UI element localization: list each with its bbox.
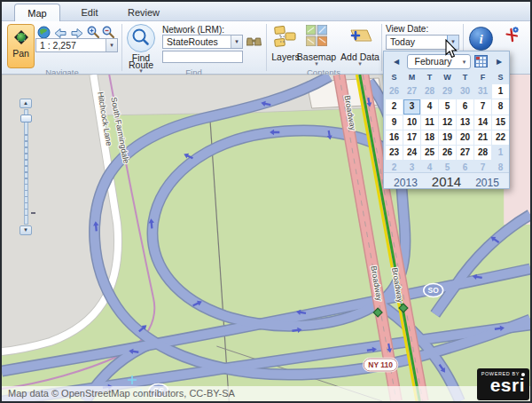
map-scale-value: 1 : 2,257 bbox=[36, 39, 106, 51]
parkway-shield: SO bbox=[424, 284, 443, 297]
route-search-input[interactable] bbox=[162, 51, 243, 63]
calendar-day[interactable]: 4 bbox=[421, 99, 438, 114]
calendar-day[interactable]: 27 bbox=[403, 84, 420, 99]
calendar-month-dropdown-caret[interactable]: ▾ bbox=[458, 55, 470, 68]
mouse-cursor bbox=[445, 39, 459, 60]
calendar-day[interactable]: 8 bbox=[492, 99, 509, 114]
calendar-day[interactable]: 11 bbox=[421, 115, 438, 130]
group-separator bbox=[266, 24, 267, 71]
calendar-day[interactable]: 15 bbox=[492, 115, 509, 130]
identify-info-button[interactable]: i bbox=[469, 27, 493, 51]
scale-dropdown-button[interactable]: ▾ bbox=[106, 39, 117, 51]
find-route-button[interactable] bbox=[127, 24, 155, 52]
calendar-prev-month-button[interactable]: ◀ bbox=[391, 55, 402, 69]
zoom-in-icon[interactable] bbox=[87, 26, 100, 39]
basemap-icon[interactable] bbox=[306, 25, 327, 46]
calendar-day[interactable]: 25 bbox=[421, 146, 438, 160]
calendar-day-header: S bbox=[492, 73, 509, 83]
binoculars-search-icon[interactable] bbox=[246, 36, 262, 47]
calendar-year[interactable]: 2015 bbox=[475, 177, 499, 189]
network-value: StateRoutes bbox=[163, 36, 231, 48]
calendar-day[interactable]: 16 bbox=[386, 130, 403, 145]
calendar-day[interactable]: 28 bbox=[474, 146, 491, 160]
tab-review[interactable]: Review bbox=[119, 4, 168, 21]
calendar-year-current[interactable]: 2014 bbox=[432, 174, 461, 189]
add-data-dropdown-caret[interactable]: ▾ bbox=[339, 60, 381, 67]
ny-110-shield: NY 110 bbox=[364, 359, 397, 371]
calendar-day-header: T bbox=[421, 73, 438, 83]
app-window: Map Edit Review Pan bbox=[0, 0, 532, 403]
basemap-dropdown-caret[interactable]: ▾ bbox=[296, 60, 337, 67]
pan-label: Pan bbox=[8, 48, 34, 59]
zoom-slider-down-button[interactable]: ▼ bbox=[20, 225, 32, 235]
tab-edit[interactable]: Edit bbox=[69, 4, 110, 21]
calendar-day[interactable]: 20 bbox=[457, 130, 473, 145]
calendar-day[interactable]: 27 bbox=[457, 146, 473, 160]
calendar-day[interactable]: 30 bbox=[457, 84, 473, 99]
calendar-day[interactable]: 28 bbox=[421, 84, 438, 99]
calendar-month-combobox[interactable]: February ▾ bbox=[407, 54, 471, 69]
calendar-day[interactable]: 22 bbox=[492, 130, 509, 145]
network-combobox[interactable]: StateRoutes ▾ bbox=[162, 35, 243, 49]
layers-icon[interactable] bbox=[273, 25, 297, 48]
ribbon-tab-bar: Map Edit Review bbox=[2, 2, 530, 21]
calendar-year[interactable]: 2013 bbox=[394, 177, 418, 189]
esri-logo: POWERED BY esri bbox=[477, 368, 529, 400]
calendar-day-selected[interactable]: 3 bbox=[403, 99, 420, 114]
pan-icon bbox=[12, 28, 30, 46]
calendar-day[interactable]: 26 bbox=[386, 84, 403, 99]
calendar-day[interactable]: 18 bbox=[421, 130, 438, 145]
calendar-day-header: T bbox=[457, 73, 473, 83]
date-picker-calendar: ◀ February ▾ ▶ SMTWTFS 26272829303112345… bbox=[383, 51, 510, 189]
map-attribution: Map data © OpenStreetMap contributors, C… bbox=[2, 386, 530, 401]
svg-text:SO: SO bbox=[428, 286, 440, 295]
calendar-day[interactable]: 1 bbox=[492, 146, 509, 160]
zoom-out-icon[interactable] bbox=[102, 26, 115, 39]
network-lrm-label: Network (LRM): bbox=[162, 25, 224, 35]
pan-tool-button[interactable]: Pan bbox=[7, 24, 35, 68]
zoom-slider-up-button[interactable]: ▲ bbox=[20, 99, 32, 108]
calendar-day-header: S bbox=[386, 73, 403, 83]
calendar-year-selector: 201320142015 bbox=[384, 172, 509, 188]
calendar-day[interactable]: 14 bbox=[474, 115, 491, 130]
zoom-slider-ticks bbox=[25, 134, 27, 218]
calendar-grid-icon[interactable] bbox=[474, 55, 488, 67]
calendar-day[interactable]: 12 bbox=[439, 115, 456, 130]
conflict-notification-icon[interactable] bbox=[504, 26, 520, 43]
calendar-day[interactable]: 26 bbox=[439, 146, 456, 160]
calendar-day[interactable]: 6 bbox=[457, 99, 473, 114]
calendar-day[interactable]: 2 bbox=[386, 99, 403, 114]
calendar-day[interactable]: 23 bbox=[386, 146, 403, 160]
calendar-day[interactable]: 19 bbox=[439, 130, 456, 145]
calendar-day[interactable]: 13 bbox=[457, 115, 473, 130]
map-scale-combobox[interactable]: 1 : 2,257 ▾ bbox=[35, 38, 118, 52]
calendar-day-headers: SMTWTFS bbox=[386, 73, 509, 83]
calendar-day-header: F bbox=[474, 73, 491, 83]
full-extent-globe-icon[interactable] bbox=[37, 26, 51, 39]
calendar-day[interactable]: 1 bbox=[492, 84, 509, 99]
calendar-day[interactable]: 24 bbox=[403, 146, 420, 160]
zoom-slider-handle[interactable] bbox=[20, 115, 32, 122]
calendar-day-header: W bbox=[439, 73, 456, 83]
calendar-day[interactable]: 10 bbox=[403, 115, 420, 130]
view-date-value: Today bbox=[387, 36, 447, 49]
calendar-day[interactable]: 7 bbox=[474, 99, 491, 114]
calendar-day[interactable]: 17 bbox=[403, 130, 420, 145]
network-dropdown-button[interactable]: ▾ bbox=[231, 36, 242, 48]
search-icon bbox=[128, 25, 154, 51]
calendar-day[interactable]: 29 bbox=[439, 84, 456, 99]
svg-text:NY 110: NY 110 bbox=[368, 360, 393, 369]
zoom-slider-minus-mark bbox=[31, 212, 35, 214]
calendar-day[interactable]: 31 bbox=[474, 84, 491, 99]
tab-map[interactable]: Map bbox=[14, 4, 60, 21]
view-date-label: View Date: bbox=[386, 24, 428, 34]
calendar-day[interactable]: 5 bbox=[439, 99, 456, 114]
add-data-icon[interactable] bbox=[344, 25, 373, 48]
group-separator bbox=[381, 24, 382, 71]
calendar-day[interactable]: 21 bbox=[474, 130, 491, 145]
calendar-day-header: M bbox=[403, 73, 420, 83]
calendar-day-grid: 2627282930311234567891011121314151617181… bbox=[386, 84, 509, 176]
calendar-next-month-button[interactable]: ▶ bbox=[494, 55, 505, 69]
esri-brand-text: esri bbox=[477, 376, 525, 394]
calendar-day[interactable]: 9 bbox=[386, 115, 403, 130]
